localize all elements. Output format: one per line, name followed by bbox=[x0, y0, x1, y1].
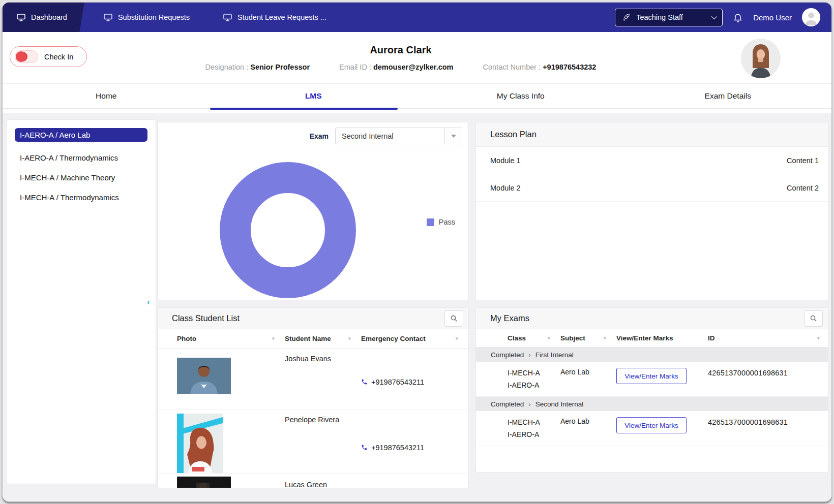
pass-chart-panel: Exam Second Internal Pass bbox=[157, 122, 469, 300]
monitor-icon bbox=[223, 14, 232, 21]
chevron-down-icon bbox=[711, 14, 717, 19]
search-icon bbox=[450, 314, 458, 322]
exams-search-button[interactable] bbox=[804, 310, 823, 327]
student-row[interactable]: Joshua Evans +919876543211 bbox=[158, 349, 468, 410]
column-caret-icon bbox=[455, 335, 458, 342]
column-photo[interactable]: Photo bbox=[177, 335, 285, 342]
teacher-name: Aurora Clark bbox=[3, 44, 799, 56]
teacher-portrait bbox=[741, 39, 781, 78]
student-photo bbox=[177, 414, 223, 473]
exam-class: I-MECH-A I-AERO-A bbox=[508, 416, 560, 440]
profile-summary: Aurora Clark Designation :Senior Profess… bbox=[3, 44, 799, 71]
panel-title: Class Student List bbox=[172, 313, 240, 323]
module-name: Module 2 bbox=[490, 184, 521, 192]
exam-subject: Aero Lab bbox=[560, 416, 616, 440]
column-subject[interactable]: Subject bbox=[560, 334, 616, 342]
view-enter-marks-button[interactable]: View/Enter Marks bbox=[616, 417, 687, 433]
module-content: Content 2 bbox=[787, 184, 819, 192]
column-id[interactable]: ID bbox=[708, 334, 828, 342]
tab-home[interactable]: Home bbox=[3, 84, 210, 109]
app-window: Dashboard Substitution Requests Student … bbox=[2, 2, 832, 502]
student-table-header: Photo Student Name Emergency Contact bbox=[158, 329, 468, 349]
exam-id: 4265137000001698631 bbox=[708, 367, 828, 391]
chevron-right-icon bbox=[528, 351, 530, 359]
tab-exam-details[interactable]: Exam Details bbox=[624, 84, 832, 109]
my-exams-header: My Exams bbox=[476, 308, 828, 329]
section-tabbar: Home LMS My Class Info Exam Details bbox=[3, 84, 831, 109]
emergency-contact[interactable]: +919876543211 bbox=[361, 474, 468, 488]
legend-label-pass: Pass bbox=[439, 218, 455, 226]
sidebar-item-aero-thermodynamics[interactable]: I-AERO-A / Thermodynamics bbox=[7, 148, 156, 168]
emergency-contact[interactable]: +919876543211 bbox=[361, 410, 468, 479]
column-caret-icon bbox=[547, 335, 550, 341]
sidebar-item-aero-lab[interactable]: I-AERO-A / Aero Lab bbox=[15, 128, 147, 142]
exam-select-value: Second Internal bbox=[336, 128, 444, 144]
column-emergency-contact[interactable]: Emergency Contact bbox=[361, 335, 468, 342]
emergency-contact[interactable]: +919876543211 bbox=[361, 349, 468, 409]
role-selector-value: Teaching Staff bbox=[636, 13, 706, 21]
column-caret-icon bbox=[272, 335, 275, 342]
nav-tab-substitution-requests[interactable]: Substitution Requests bbox=[90, 3, 204, 32]
module-content: Content 1 bbox=[787, 156, 819, 165]
student-name: Penelope Rivera bbox=[285, 410, 361, 479]
student-photo-cell bbox=[177, 474, 285, 488]
exam-class: I-MECH-A I-AERO-A bbox=[508, 367, 560, 391]
nav-tab-label: Student Leave Requests ... bbox=[237, 13, 326, 21]
lesson-plan-row[interactable]: Module 2 Content 2 bbox=[476, 174, 828, 202]
phone-icon bbox=[361, 379, 368, 385]
sidebar-item-mech-thermodynamics[interactable]: I-MECH-A / Thermodynamics bbox=[7, 187, 156, 207]
exam-filter: Exam Second Internal bbox=[310, 128, 462, 144]
student-photo bbox=[177, 477, 231, 488]
nav-tab-dashboard[interactable]: Dashboard bbox=[3, 3, 84, 32]
lms-content: I-AERO-A / Aero Lab I-AERO-A / Thermodyn… bbox=[3, 113, 831, 501]
nav-tab-student-leave-requests[interactable]: Student Leave Requests ... bbox=[209, 3, 341, 32]
class-sidebar: I-AERO-A / Aero Lab I-AERO-A / Thermodyn… bbox=[7, 119, 156, 484]
exams-table-header: Class Subject View/Enter Marks ID bbox=[476, 329, 828, 348]
exam-group-first-internal[interactable]: Completed First Internal bbox=[476, 348, 828, 362]
panel-title: Lesson Plan bbox=[490, 130, 537, 139]
view-enter-marks-button[interactable]: View/Enter Marks bbox=[616, 368, 687, 384]
student-name: Lucas Green bbox=[285, 474, 361, 488]
exam-row[interactable]: I-MECH-A I-AERO-A Aero Lab View/Enter Ma… bbox=[476, 362, 828, 397]
sidebar-item-machine-theory[interactable]: I-MECH-A / Machine Theory bbox=[7, 168, 156, 187]
student-name: Joshua Evans bbox=[285, 349, 361, 409]
student-row[interactable]: Lucas Green +919876543211 bbox=[158, 474, 468, 488]
exam-select-dropdown[interactable]: Second Internal bbox=[335, 128, 462, 144]
exam-group-second-internal[interactable]: Completed Second Internal bbox=[476, 397, 828, 411]
nav-tab-label: Dashboard bbox=[31, 13, 67, 21]
student-photo bbox=[177, 358, 231, 394]
top-navigation: Dashboard Substitution Requests Student … bbox=[3, 3, 831, 32]
rocket-icon bbox=[622, 13, 631, 22]
column-caret-icon bbox=[603, 335, 606, 341]
user-name: Demo User bbox=[753, 13, 792, 22]
exam-row[interactable]: I-MECH-A I-AERO-A Aero Lab View/Enter Ma… bbox=[476, 411, 828, 446]
tab-lms[interactable]: LMS bbox=[210, 84, 418, 109]
contact-number-field: Contact Number :+919876543232 bbox=[483, 63, 597, 71]
my-exams-panel: My Exams Class Subject View/Enter Marks … bbox=[475, 307, 828, 472]
column-caret-icon bbox=[817, 335, 820, 341]
user-avatar[interactable] bbox=[802, 8, 820, 26]
monitor-icon bbox=[17, 14, 25, 21]
class-student-list-panel: Class Student List Photo Student Name Em… bbox=[157, 307, 469, 488]
column-class[interactable]: Class bbox=[508, 334, 560, 342]
lesson-plan-row[interactable]: Module 1 Content 1 bbox=[476, 147, 828, 174]
column-view-enter-marks[interactable]: View/Enter Marks bbox=[616, 334, 708, 342]
chart-legend: Pass bbox=[427, 218, 455, 226]
exam-subject: Aero Lab bbox=[560, 367, 616, 391]
lesson-plan-header: Lesson Plan bbox=[476, 122, 828, 147]
phone-icon bbox=[361, 444, 368, 451]
nav-tab-label: Substitution Requests bbox=[118, 13, 190, 21]
tab-my-class-info[interactable]: My Class Info bbox=[417, 84, 624, 109]
notifications-bell-icon[interactable] bbox=[733, 12, 743, 23]
column-caret-icon bbox=[348, 335, 351, 342]
student-row[interactable]: Penelope Rivera +919876543211 bbox=[158, 410, 468, 474]
role-selector-dropdown[interactable]: Teaching Staff bbox=[615, 9, 723, 26]
sidebar-collapse-button[interactable] bbox=[143, 296, 154, 308]
pass-donut-chart bbox=[220, 162, 356, 298]
column-student-name[interactable]: Student Name bbox=[285, 335, 361, 342]
module-name: Module 1 bbox=[490, 156, 521, 165]
student-search-button[interactable] bbox=[444, 310, 463, 327]
profile-header: Check In Aurora Clark Designation :Senio… bbox=[3, 32, 831, 84]
email-field: Email ID :demouser@zylker.com bbox=[339, 63, 453, 71]
legend-swatch-pass bbox=[427, 218, 434, 226]
